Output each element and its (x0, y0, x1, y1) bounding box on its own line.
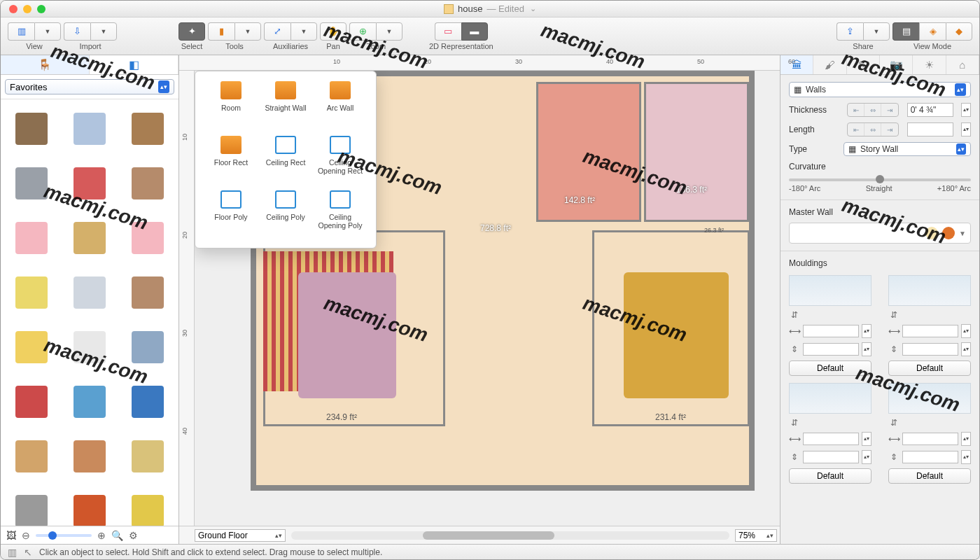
library-item[interactable] (5, 431, 59, 482)
zoom-dropdown[interactable]: ▼ (376, 22, 402, 41)
library-item[interactable] (5, 213, 59, 263)
tools-popover-item[interactable]: Room (205, 81, 257, 129)
view-dropdown[interactable]: ▼ (34, 22, 61, 41)
image-mode-icon[interactable]: 🖼 (6, 530, 16, 541)
moulding-default-button[interactable]: Default (789, 468, 872, 484)
settings-gear-icon[interactable]: ⚙ (129, 530, 138, 541)
inspector-tab-camera[interactable]: 📷 (880, 55, 913, 74)
length-align-seg[interactable]: ⇤⇔⇥ (847, 122, 899, 136)
stepper-icon[interactable]: ⇵ (789, 418, 800, 428)
search-icon[interactable]: 🔍 (111, 530, 123, 541)
moulding-size-input[interactable] (902, 343, 958, 356)
horizontal-scrollbar[interactable] (291, 531, 729, 540)
zoom-in-icon[interactable]: ⊕ (97, 530, 106, 541)
tools-popover-item[interactable]: Ceiling Rect (260, 136, 312, 183)
library-item[interactable] (5, 267, 59, 318)
moulding-preview[interactable] (789, 275, 872, 306)
tools-popover-item[interactable]: Floor Poly (205, 190, 257, 238)
library-tab-materials[interactable]: ◧ (90, 55, 178, 74)
window-title[interactable]: house — Edited ⌄ (444, 4, 536, 14)
library-item[interactable] (5, 322, 59, 372)
library-item[interactable] (120, 431, 174, 482)
fullscreen-window-icon[interactable] (37, 5, 46, 13)
inspector-section-select[interactable]: ▦Walls ▴▾ (789, 82, 971, 97)
tools-button[interactable]: ▮ (208, 22, 234, 41)
viewmode-2d-button[interactable]: ▤ (892, 22, 919, 41)
moulding-preview[interactable] (789, 383, 872, 414)
library-item[interactable] (120, 486, 174, 526)
stepper-icon[interactable]: ⇵ (789, 310, 800, 320)
library-item[interactable] (5, 158, 59, 209)
moulding-size-input[interactable] (902, 433, 958, 445)
tools-popover-item[interactable]: Arc Wall (314, 81, 366, 129)
library-item[interactable] (63, 377, 117, 427)
tools-popover-item[interactable]: Floor Rect (205, 136, 257, 183)
moulding-stepper[interactable]: ▴▾ (862, 450, 872, 464)
type-select[interactable]: ▦Story Wall ▴▾ (844, 142, 971, 156)
pan-button[interactable]: ✋ (320, 22, 346, 41)
moulding-default-button[interactable]: Default (789, 360, 872, 376)
rep2d-contour-button[interactable]: ▭ (435, 22, 461, 41)
moulding-stepper[interactable]: ▴▾ (961, 342, 971, 356)
scrollbar-thumb[interactable] (423, 531, 554, 540)
moulding-size-input[interactable] (902, 451, 958, 463)
moulding-default-button[interactable]: Default (888, 468, 971, 484)
library-item[interactable] (5, 486, 59, 526)
inspector-tab-building[interactable]: 🏛 (780, 55, 813, 74)
inspector-tab-light[interactable]: ☀ (913, 55, 946, 74)
moulding-default-button[interactable]: Default (888, 360, 971, 376)
select-tool-button[interactable]: ✦ (178, 22, 205, 41)
thickness-stepper[interactable]: ▴▾ (961, 103, 971, 117)
auxiliaries-button[interactable]: ⤢ (264, 22, 290, 41)
length-stepper[interactable]: ▴▾ (961, 122, 971, 136)
library-item[interactable] (120, 267, 174, 318)
inspector-tab-edit[interactable]: ✎ (847, 55, 880, 74)
library-item[interactable] (63, 158, 117, 209)
inspector-tab-object[interactable]: 🖌 (813, 55, 846, 74)
library-tab-furniture[interactable]: 🪑 (1, 55, 90, 74)
curvature-slider[interactable] (789, 178, 971, 181)
library-item[interactable] (120, 104, 174, 154)
tools-dropdown[interactable]: ▼ (234, 22, 261, 41)
library-item[interactable] (63, 104, 117, 154)
moulding-size-input[interactable] (803, 451, 859, 463)
library-item[interactable] (63, 486, 117, 526)
moulding-stepper[interactable]: ▴▾ (862, 324, 872, 338)
library-item[interactable] (120, 213, 174, 263)
rep2d-image-button[interactable]: ▬ (461, 22, 488, 41)
floor-plan-canvas[interactable]: 728.8 ft² 142.8 ft² 136.3 ft² 234.9 ft² … (195, 71, 780, 526)
view-button[interactable]: ▥ (8, 22, 34, 41)
auxiliaries-dropdown[interactable]: ▼ (290, 22, 317, 41)
moulding-preview[interactable] (888, 275, 971, 306)
viewmode-split-button[interactable]: ◆ (946, 22, 972, 41)
moulding-size-input[interactable] (803, 433, 859, 445)
library-item[interactable] (63, 267, 117, 318)
chevron-down-icon[interactable]: ⌄ (530, 4, 536, 13)
stepper-icon[interactable]: ⇵ (888, 418, 899, 428)
import-dropdown[interactable]: ▼ (90, 22, 117, 41)
import-button[interactable]: ⇩ (64, 22, 90, 41)
library-category-select[interactable]: Favorites ▴▾ (5, 79, 174, 94)
tools-popover-item[interactable]: Ceiling Opening Rect (314, 136, 366, 183)
library-item[interactable] (120, 322, 174, 372)
zoom-out-icon[interactable]: ⊖ (22, 530, 30, 541)
thickness-align-seg[interactable]: ⇤⇔⇥ (847, 103, 899, 117)
viewmode-3d-button[interactable]: ◈ (919, 22, 946, 41)
minimize-window-icon[interactable] (23, 5, 31, 13)
tools-popover-item[interactable]: Straight Wall (260, 81, 312, 129)
share-button[interactable]: ⇪ (836, 22, 863, 41)
moulding-size-input[interactable] (803, 325, 859, 337)
library-grid-scroll[interactable] (1, 99, 178, 526)
bed-1[interactable] (298, 272, 396, 398)
share-dropdown[interactable]: ▼ (863, 22, 890, 41)
library-item[interactable] (63, 213, 117, 263)
library-item[interactable] (5, 104, 59, 154)
zoom-level-select[interactable]: 75% ▴▾ (735, 529, 777, 542)
zoom-button[interactable]: ⊕ (349, 22, 376, 41)
close-window-icon[interactable] (9, 5, 18, 13)
stepper-icon[interactable]: ⇵ (888, 310, 899, 320)
thickness-input[interactable]: 0' 4 ¾" (907, 103, 953, 117)
moulding-size-input[interactable] (803, 343, 859, 356)
thumbnail-size-slider[interactable] (36, 534, 92, 537)
library-item[interactable] (63, 322, 117, 372)
